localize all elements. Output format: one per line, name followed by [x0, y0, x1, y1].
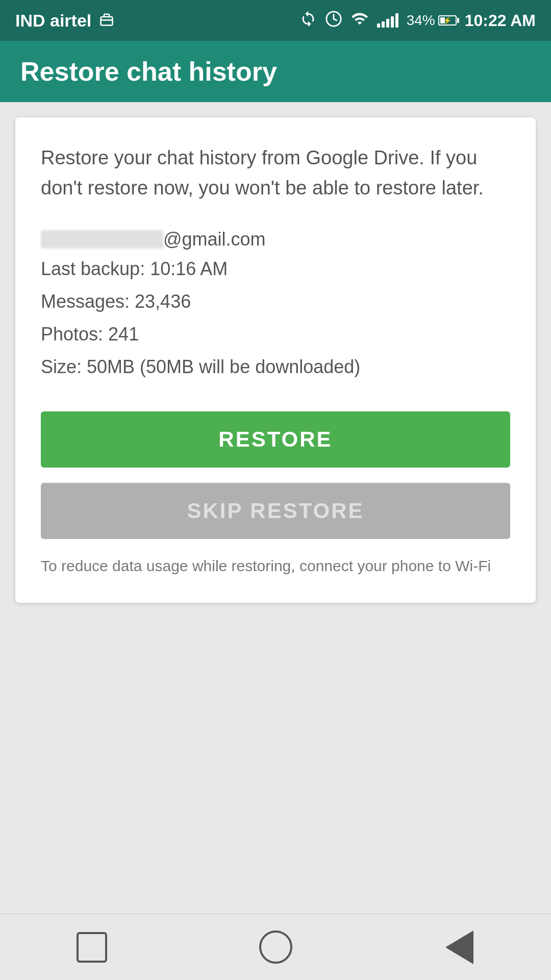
svg-rect-0	[101, 16, 113, 25]
briefcase-icon	[98, 11, 115, 31]
battery-percent: 34%	[407, 12, 435, 29]
carrier-name: IND airtel	[15, 11, 91, 31]
wifi-icon	[350, 10, 369, 31]
skip-restore-button[interactable]: SKIP RESTORE	[41, 483, 510, 539]
messages-info: Messages: 23,436	[41, 288, 510, 315]
carrier-info: IND airtel	[15, 11, 115, 31]
clock-icon	[325, 10, 342, 31]
battery-icon: 34% ⚡	[407, 12, 457, 29]
photos-info: Photos: 241	[41, 321, 510, 348]
email-row: @gmail.com	[41, 229, 510, 250]
back-icon	[445, 930, 473, 964]
main-content: Restore your chat history from Google Dr…	[0, 102, 551, 618]
wifi-notice-text: To reduce data usage while restoring, co…	[41, 554, 510, 577]
page-title: Restore chat history	[20, 56, 277, 87]
recents-icon	[77, 932, 107, 963]
recents-button[interactable]	[69, 924, 115, 970]
back-button[interactable]	[436, 924, 482, 970]
status-bar: IND airtel	[0, 0, 551, 41]
description-text: Restore your chat history from Google Dr…	[41, 143, 510, 203]
backup-info: @gmail.com Last backup: 10:16 AM Message…	[41, 229, 510, 381]
email-blurred-part	[41, 230, 163, 249]
home-button[interactable]	[253, 924, 298, 970]
signal-bars-icon	[377, 13, 398, 28]
sync-icon	[299, 10, 317, 31]
size-info: Size: 50MB (50MB will be downloaded)	[41, 353, 510, 381]
status-time: 10:22 AM	[465, 11, 536, 30]
restore-card: Restore your chat history from Google Dr…	[15, 117, 536, 603]
status-icons: 34% ⚡ 10:22 AM	[299, 10, 536, 31]
nav-bar	[0, 914, 551, 980]
email-suffix: @gmail.com	[163, 229, 266, 250]
restore-button[interactable]: RESTORE	[41, 411, 510, 468]
home-icon	[259, 930, 292, 964]
last-backup-info: Last backup: 10:16 AM	[41, 255, 510, 283]
app-bar: Restore chat history	[0, 41, 551, 102]
